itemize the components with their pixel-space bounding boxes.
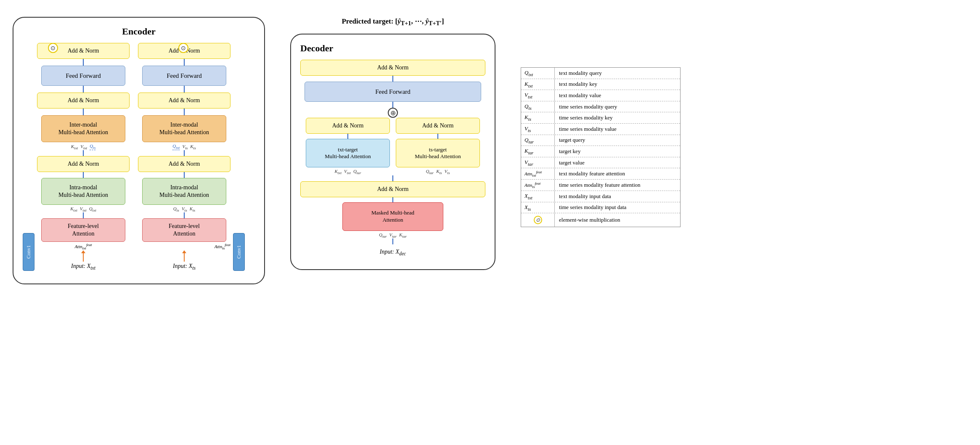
arrow-txt-an [347,134,348,139]
legend-val-qtar: target query [555,135,589,145]
intra-labels-left: Ktxt Vtxt Qtxt [70,206,96,212]
circle-times-legend: ⊙ [534,216,542,224]
input-label-left: Input: Xtxt [71,263,95,271]
intra-labels-right: Qts Vts Kts [173,206,195,212]
legend-table: Qtxt text modality query Ktxt text modal… [521,67,681,227]
legend-row-xts: Xts time series modality input data [521,202,680,214]
decoder-box: Decoder Add & Norm Feed Forward ⊕ [290,34,495,270]
encoder-col1: Add & Norm Feed Forward [37,43,130,271]
legend-val-ktar: target key [555,146,585,156]
arrow-feat-intra-left [83,212,84,218]
legend-key-qts: Qts [521,101,555,112]
arrow-intra-an1-right [184,172,185,178]
add-norm2-right: Add & Norm [138,93,230,109]
inter-labels-left: Ktxt Vtxt Qts [71,143,95,150]
legend-section: Qtxt text modality query Ktxt text modal… [521,67,681,227]
legend-row-qtxt: Qtxt text modality query [521,68,680,79]
decoder-title: Decoder [300,43,485,54]
legend-row-vts: Vts time series modality value [521,124,680,135]
feature-attn-right: Feature-levelAttention [142,218,226,242]
conv1-left: Conv1 [23,233,34,271]
masked-attn-decoder: Masked Multi-headAttention [342,202,443,231]
legend-row-ktxt: Ktxt text modality key [521,79,680,90]
decoder-inner: Add & Norm Feed Forward ⊕ Add & No [300,60,485,256]
decoder-section: Predicted target: [ŷT+1, ⋯, ŷT+T′] Decod… [290,17,495,270]
inter-modal-left: Inter-modalMulti-head Attention [41,115,125,142]
circle-times-right: ⊙ [178,43,188,53]
legend-val-circlemult: element-wise multiplication [555,215,625,225]
add-norm2-left: Add & Norm [37,93,130,109]
legend-val-qts: time series modality query [555,102,621,112]
legend-val-kts: time series modality key [555,113,617,123]
intra-modal-left: Intra-modalMulti-head Attention [41,178,125,205]
arrow-ff-top-left [83,59,84,66]
predicted-target: Predicted target: [ŷT+1, ⋯, ŷT+T′] [342,17,444,27]
attn-feat-label-left: Attntxtfeat [74,243,92,250]
legend-row-attntxtfeat: Attntxtfeat text modality feature attent… [521,168,680,180]
legend-row-circlemult: ⊙ element-wise multiplication [521,213,680,227]
encoder-title: Encoder [23,26,255,37]
legend-key-circlemult: ⊙ [521,213,555,227]
legend-key-attntsfeat: Attntsfeat [521,180,555,191]
legend-row-ktar: Ktar target key [521,146,680,157]
add-norm1-right: Add & Norm [138,156,230,172]
arrow-inter-an2-left [83,109,84,115]
txt-target-branch: Add & Norm txt-targetMulti-head Attentio… [306,118,390,175]
arrow-input-feat-right [182,250,186,259]
encoder-col1-wrapper: Conv1 Add & Norm Feed Forward [23,43,130,271]
arrow-an2-ff-right [184,86,185,93]
arrow-feat-intra-right [184,212,185,218]
decoder-branches: Add & Norm txt-targetMulti-head Attentio… [306,118,480,175]
arrow-ff-top-right [184,59,185,66]
legend-key-qtxt: Qtxt [521,68,555,79]
main-container: Encoder Conv1 Add & Norm [0,0,980,445]
add-norm-top-decoder: Add & Norm [300,60,485,76]
legend-val-qtxt: text modality query [555,68,606,78]
input-label-decoder: Input: Xdec [380,249,406,257]
legend-val-vts: time series modality value [555,124,621,134]
legend-row-vtxt: Vtxt text modality value [521,90,680,101]
legend-key-xts: Xts [521,202,555,213]
arrow-an2-ff-left [83,86,84,93]
legend-row-vtar: Vtar target value [521,157,680,169]
txt-target-attn: txt-targetMulti-head Attention [306,139,390,167]
arrow1-decoder [392,76,393,82]
encoder-columns: Conv1 Add & Norm Feed Forward [23,43,255,271]
feature-attn-left: Feature-levelAttention [41,218,125,242]
ts-kv-labels: Qtar Kts Vts [426,169,450,175]
legend-key-qtar: Qtar [521,135,555,146]
arrow-inter-an2-right [184,109,185,115]
legend-key-vts: Vts [521,124,555,135]
legend-key-xtxt: Xtxt [521,191,555,202]
masked-kv-labels: Qtar Vtar Ktar [379,232,407,238]
encoder-col2: Add & Norm Feed Forward [138,43,230,271]
circle-plus-decoder: ⊕ [388,108,398,118]
feed-forward-right: Feed Forward [142,66,226,86]
legend-key-vtar: Vtar [521,157,555,168]
feed-forward-left: Feed Forward [41,66,125,86]
legend-key-ktar: Ktar [521,146,555,157]
ts-target-branch: Add & Norm ts-targetMulti-head Attention… [396,118,480,175]
inter-labels-right: Qtxt Vts Kts [172,143,196,150]
add-norm1-left: Add & Norm [37,156,130,172]
legend-key-vtxt: Vtxt [521,90,555,101]
circle-times-left: ⊙ [48,43,58,53]
legend-key-kts: Kts [521,112,555,123]
legend-key-attntxtfeat: Attntxtfeat [521,168,555,179]
legend-row-kts: Kts time series modality key [521,112,680,124]
intra-modal-right: Intra-modalMulti-head Attention [142,178,226,205]
add-norm-ts: Add & Norm [396,118,480,134]
input-label-right: Input: Xts [173,263,196,271]
legend-val-attntsfeat: time series modality feature attention [555,180,645,190]
legend-row-attntsfeat: Attntsfeat time series modality feature … [521,180,680,191]
arrow2-decoder [392,102,393,108]
legend-val-ktxt: text modality key [555,79,601,89]
legend-key-ktxt: Ktxt [521,79,555,90]
arrow4-decoder [392,197,393,202]
legend-val-xtxt: text modality input data [555,191,615,201]
legend-val-attntxtfeat: text modality feature attention [555,169,629,179]
legend-val-vtxt: text modality value [555,90,605,101]
encoder-col2-wrapper: Add & Norm Feed Forward [138,43,245,271]
circle-mult-left: ⊙ [48,43,58,53]
legend-val-xts: time series modality input data [555,202,630,212]
